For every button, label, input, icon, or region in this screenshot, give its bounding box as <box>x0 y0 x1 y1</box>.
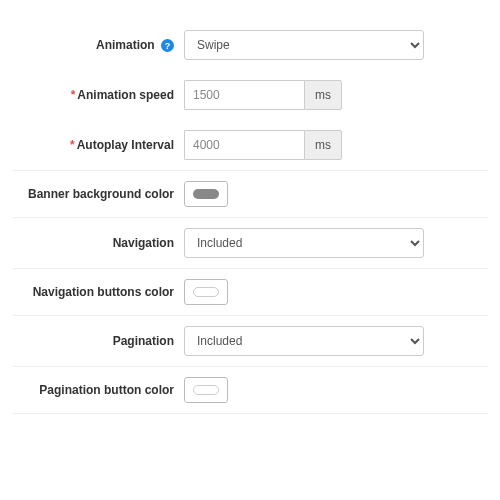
label-text: Pagination button color <box>39 383 174 397</box>
label-text: Navigation <box>113 236 174 250</box>
color-pill <box>193 385 219 395</box>
label-text: Pagination <box>113 334 174 348</box>
color-pill <box>193 287 219 297</box>
label-text: Animation <box>96 38 155 52</box>
label-text: Banner background color <box>28 187 174 201</box>
banner-bg-color-swatch[interactable] <box>184 181 228 207</box>
settings-form: Animation ? Swipe *Animation speed ms *A… <box>0 0 500 454</box>
label-animation-speed: *Animation speed <box>12 88 184 102</box>
autoplay-interval-input[interactable] <box>184 130 304 160</box>
row-autoplay-interval: *Autoplay Interval ms <box>12 120 488 171</box>
control-navigation: Included <box>184 228 488 258</box>
label-navigation: Navigation <box>12 236 184 250</box>
control-animation-speed: ms <box>184 80 488 110</box>
row-pag-btn-color: Pagination button color <box>12 367 488 414</box>
animation-select[interactable]: Swipe <box>184 30 424 60</box>
label-nav-btn-color: Navigation buttons color <box>12 285 184 299</box>
autoplay-interval-group: ms <box>184 130 342 160</box>
row-nav-btn-color: Navigation buttons color <box>12 269 488 316</box>
label-animation: Animation ? <box>12 38 184 52</box>
pag-btn-color-swatch[interactable] <box>184 377 228 403</box>
required-marker: * <box>71 88 76 102</box>
control-pagination: Included <box>184 326 488 356</box>
label-pagination: Pagination <box>12 334 184 348</box>
row-animation: Animation ? Swipe <box>12 20 488 70</box>
navigation-select[interactable]: Included <box>184 228 424 258</box>
row-animation-speed: *Animation speed ms <box>12 70 488 120</box>
required-marker: * <box>70 138 75 152</box>
unit-addon: ms <box>304 130 342 160</box>
control-nav-btn-color <box>184 279 488 305</box>
color-pill <box>193 189 219 199</box>
row-banner-bg-color: Banner background color <box>12 171 488 218</box>
control-banner-bg-color <box>184 181 488 207</box>
label-pag-btn-color: Pagination button color <box>12 383 184 397</box>
pagination-select[interactable]: Included <box>184 326 424 356</box>
label-autoplay-interval: *Autoplay Interval <box>12 138 184 152</box>
label-text: Autoplay Interval <box>77 138 174 152</box>
control-autoplay-interval: ms <box>184 130 488 160</box>
nav-btn-color-swatch[interactable] <box>184 279 228 305</box>
animation-speed-group: ms <box>184 80 342 110</box>
control-pag-btn-color <box>184 377 488 403</box>
row-navigation: Navigation Included <box>12 218 488 269</box>
label-text: Animation speed <box>77 88 174 102</box>
label-text: Navigation buttons color <box>33 285 174 299</box>
label-banner-bg-color: Banner background color <box>12 187 184 201</box>
help-icon[interactable]: ? <box>161 39 174 52</box>
unit-addon: ms <box>304 80 342 110</box>
animation-speed-input[interactable] <box>184 80 304 110</box>
row-pagination: Pagination Included <box>12 316 488 367</box>
control-animation: Swipe <box>184 30 488 60</box>
